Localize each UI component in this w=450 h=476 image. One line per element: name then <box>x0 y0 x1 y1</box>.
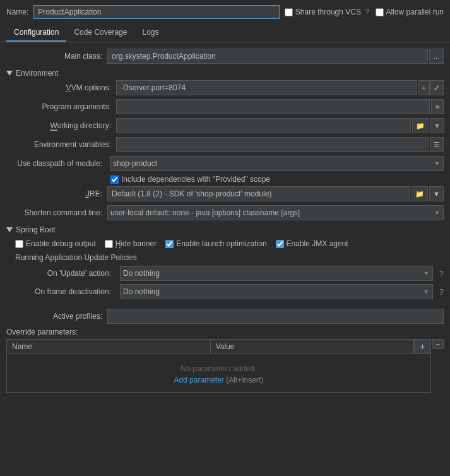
vm-options-input[interactable] <box>116 80 417 95</box>
working-dir-input-group: 📁 ▼ <box>116 118 444 133</box>
share-vcs-label[interactable]: Share through VCS ? <box>285 8 369 16</box>
spring-boot-section-header[interactable]: Spring Boot <box>6 225 444 234</box>
shorten-cmd-row: Shorten command line: user-local default… <box>6 205 444 220</box>
col-value-header: Value <box>211 340 415 354</box>
spring-boot-label: Spring Boot <box>16 225 56 234</box>
environment-section-header[interactable]: Environment <box>6 69 444 78</box>
env-vars-label: Environment variables: <box>15 140 116 149</box>
shorten-cmd-select[interactable]: user-local default: none - java [options… <box>107 205 444 220</box>
update-action-label: On 'Update' action: <box>15 269 116 278</box>
vm-expand-btn[interactable]: ⤢ <box>430 80 444 95</box>
env-vars-row: Environment variables: ☰ <box>15 137 444 152</box>
hide-banner-checkbox[interactable] <box>105 240 113 248</box>
vm-plus-btn[interactable]: + <box>418 80 430 95</box>
update-action-help-icon[interactable]: ? <box>439 269 444 278</box>
share-vcs-checkbox[interactable] <box>285 8 293 16</box>
main-class-browse-btn[interactable]: ... <box>429 49 444 64</box>
vm-options-row: VVM options: + ⤢ <box>15 80 444 95</box>
tab-logs[interactable]: Logs <box>134 24 166 42</box>
jre-dropdown-btn[interactable]: ▼ <box>429 186 444 201</box>
enable-launch-label[interactable]: Enable launch optimization <box>165 239 266 248</box>
jre-input[interactable] <box>107 186 410 201</box>
add-param-link[interactable]: Add parameter (Alt+Insert) <box>174 376 263 390</box>
allow-parallel-checkbox[interactable] <box>376 8 384 16</box>
hide-banner-label[interactable]: Hide banner <box>105 239 157 248</box>
include-deps-label: Include dependencies with "Provided" sco… <box>121 175 270 184</box>
jre-row: JRE: 📁 ▼ <box>6 186 444 201</box>
main-class-input-group: ... <box>107 49 444 64</box>
shorten-cmd-label: Shorten command line: <box>6 208 107 217</box>
classpath-select[interactable]: shop-product <box>110 156 444 171</box>
add-param-table-btn[interactable]: + <box>414 340 430 354</box>
working-dir-row: Working directory: 📁 ▼ <box>15 118 444 133</box>
include-deps-row: Include dependencies with "Provided" sco… <box>110 175 444 184</box>
main-class-row: Main class: ... <box>6 49 444 64</box>
jre-folder-btn[interactable]: 📁 <box>412 186 428 201</box>
program-args-input[interactable] <box>116 99 430 114</box>
classpath-select-wrapper: shop-product <box>110 156 444 171</box>
environment-section: VVM options: + ⤢ Program arguments: ✕ Wo… <box>6 80 444 152</box>
environment-triangle <box>6 71 13 76</box>
top-right: Share through VCS ? Allow parallel run <box>285 8 444 16</box>
enable-jmx-label[interactable]: Enable JMX agent <box>276 239 348 248</box>
main-class-label: Main class: <box>6 52 107 61</box>
table-body: No parameters added. Add parameter (Alt+… <box>7 354 430 392</box>
env-vars-input[interactable] <box>116 137 429 152</box>
frame-deactivation-select-wrapper: Do nothing <box>120 284 433 299</box>
shorten-cmd-select-wrapper: user-local default: none - java [options… <box>107 205 444 220</box>
frame-deactivation-select[interactable]: Do nothing <box>120 284 433 299</box>
frame-deactivation-help-icon[interactable]: ? <box>439 287 444 297</box>
question-icon: ? <box>365 8 369 16</box>
frame-deactivation-row: On frame deactivation: Do nothing ? <box>15 284 444 299</box>
enable-debug-label[interactable]: Enable debug output <box>15 239 96 248</box>
enable-debug-checkbox[interactable] <box>15 240 23 248</box>
tab-code-coverage[interactable]: Code Coverage <box>66 24 134 42</box>
active-profiles-row: Active profiles: <box>6 309 444 324</box>
no-params-text: No parameters added. <box>181 357 256 376</box>
override-params-section: Override parameters: Name Value + No par… <box>6 328 444 393</box>
policies-title: Running Application Update Policies <box>15 253 444 262</box>
jre-label: JRE: <box>6 189 107 198</box>
program-args-expand-btn[interactable]: ✕ <box>431 99 444 114</box>
spring-boot-triangle <box>6 227 13 232</box>
name-input[interactable] <box>33 5 280 19</box>
classpath-label: Use classpath of module: <box>6 159 107 168</box>
update-action-row: On 'Update' action: Do nothing ? <box>15 266 444 281</box>
top-bar: Name: Share through VCS ? Allow parallel… <box>0 0 450 24</box>
content-area: Main class: ... Environment VVM options:… <box>0 42 450 399</box>
tab-configuration[interactable]: Configuration <box>6 24 66 42</box>
jre-input-group: 📁 ▼ <box>107 186 444 201</box>
enable-jmx-checkbox[interactable] <box>276 240 284 248</box>
update-action-select[interactable]: Do nothing <box>120 266 433 281</box>
vm-options-label: VVM options: <box>15 83 116 92</box>
running-policies: Running Application Update Policies On '… <box>6 251 444 305</box>
allow-parallel-label[interactable]: Allow parallel run <box>376 8 444 16</box>
spring-boot-options: Enable debug output Hide banner Enable l… <box>6 237 444 251</box>
table-remove-btn[interactable]: − <box>432 339 444 349</box>
classpath-row: Use classpath of module: shop-product <box>6 156 444 171</box>
update-action-select-wrapper: Do nothing <box>120 266 433 281</box>
vm-options-input-wrapper <box>116 80 417 95</box>
side-buttons: − <box>432 339 444 350</box>
program-args-row: Program arguments: ✕ <box>15 99 444 114</box>
override-params-table: Name Value + No parameters added. Add pa… <box>6 339 431 393</box>
working-dir-input[interactable] <box>116 118 411 133</box>
include-deps-checkbox[interactable] <box>110 176 119 184</box>
working-dir-folder-btn[interactable]: 📁 <box>412 118 429 133</box>
frame-deactivation-label: On frame deactivation: <box>15 287 116 296</box>
tabs: Configuration Code Coverage Logs <box>0 24 450 42</box>
enable-launch-checkbox[interactable] <box>165 240 174 248</box>
active-profiles-label: Active profiles: <box>6 312 107 321</box>
working-dir-label: Working directory: <box>15 121 116 130</box>
main-class-input[interactable] <box>107 49 428 64</box>
program-args-input-group: ✕ <box>116 99 444 114</box>
active-profiles-input[interactable] <box>107 309 444 324</box>
working-dir-dropdown-btn[interactable]: ▼ <box>430 118 444 133</box>
override-params-title: Override parameters: <box>6 328 444 336</box>
env-vars-edit-btn[interactable]: ☰ <box>430 137 444 152</box>
environment-label: Environment <box>16 69 58 78</box>
program-args-label: Program arguments: <box>15 102 116 111</box>
col-name-header: Name <box>7 340 211 354</box>
table-header: Name Value + <box>7 340 430 354</box>
name-label: Name: <box>6 8 28 16</box>
